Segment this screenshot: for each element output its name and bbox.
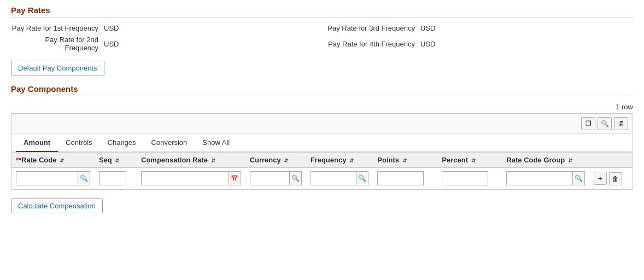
row-count: 1 row xyxy=(11,103,633,111)
delete-row-button[interactable]: 🗑 xyxy=(609,172,622,185)
view-all-button[interactable]: ❐ xyxy=(581,117,595,130)
cell-frequency: 🔍 xyxy=(306,168,373,189)
frequency-search-button[interactable]: 🔍 xyxy=(356,172,368,185)
cell-currency: 🔍 xyxy=(245,168,306,189)
rate-group-input[interactable] xyxy=(507,173,572,183)
rate-group-search-icon: 🔍 xyxy=(575,174,583,182)
pay-rate-value-4: USD xyxy=(420,40,435,48)
tab-bar: Amount Controls Changes Conversion Show … xyxy=(11,134,633,152)
col-header-seq: Seq ⇵ xyxy=(95,153,137,168)
cell-percent xyxy=(437,168,502,189)
comp-rate-input[interactable] xyxy=(142,173,229,183)
comp-rate-calendar-button[interactable]: 📅 xyxy=(229,172,241,185)
pay-components-table-container: ❐ 🔍 ⇵ Amount Controls Changes Conversion xyxy=(11,113,633,190)
seq-input[interactable]: 0 xyxy=(99,171,126,185)
pay-rate-value-3: USD xyxy=(420,24,435,32)
pay-rate-label-1: Pay Rate for 1st Frequency xyxy=(11,24,98,32)
add-row-button[interactable]: + xyxy=(594,172,607,185)
pay-rate-label-3: Pay Rate for 3rd Frequency xyxy=(327,24,415,32)
pay-rate-row-1: Pay Rate for 1st Frequency USD xyxy=(11,24,317,32)
find-button[interactable]: 🔍 xyxy=(598,117,612,130)
pay-rate-row-2: Pay Rate for 2nd Frequency USD xyxy=(11,36,317,52)
rate-code-field: 🔍 xyxy=(16,171,90,185)
pay-rate-value-1: USD xyxy=(104,24,119,32)
tab-show-all[interactable]: Show All xyxy=(195,134,237,152)
rate-code-input[interactable] xyxy=(16,173,78,183)
table-header-row: *Rate Code ⇵ Seq ⇵ Compensation Rate ⇵ C… xyxy=(11,153,633,168)
currency-input[interactable] xyxy=(250,173,289,183)
cell-actions: + 🗑 xyxy=(589,168,633,189)
pay-rates-section: Pay Rates Pay Rate for 1st Frequency USD… xyxy=(11,5,633,52)
col-header-percent: Percent ⇵ xyxy=(437,153,502,168)
find-icon: 🔍 xyxy=(601,120,609,127)
col-header-frequency: Frequency ⇵ xyxy=(306,153,373,168)
frequency-input[interactable] xyxy=(311,173,356,183)
pay-rates-title: Pay Rates xyxy=(11,5,633,18)
col-header-points: Points ⇵ xyxy=(373,153,437,168)
view-icon: ❐ xyxy=(586,120,592,127)
pay-rate-label-4: Pay Rate for 4th Frequency xyxy=(327,40,415,48)
pay-components-section: Pay Components 1 row ❐ 🔍 ⇵ Amount Contro… xyxy=(11,84,633,190)
cell-seq: 0 xyxy=(95,168,137,189)
cell-rate-group: 🔍 xyxy=(502,168,589,189)
tab-amount[interactable]: Amount xyxy=(16,134,58,152)
sort-seq-icon[interactable]: ⇵ xyxy=(115,158,119,164)
table-row: 🔍 0 📅 xyxy=(11,168,633,189)
sort-frequency-icon[interactable]: ⇵ xyxy=(349,158,354,164)
tab-controls[interactable]: Controls xyxy=(58,134,99,152)
pay-rates-grid: Pay Rate for 1st Frequency USD Pay Rate … xyxy=(11,24,633,52)
tab-conversion[interactable]: Conversion xyxy=(144,134,195,152)
sort-button[interactable]: ⇵ xyxy=(614,117,628,130)
rate-group-field: 🔍 xyxy=(506,171,585,185)
col-header-actions xyxy=(589,153,633,168)
frequency-search-icon: 🔍 xyxy=(358,174,366,182)
pay-rate-row-3: Pay Rate for 3rd Frequency USD xyxy=(327,24,633,32)
col-header-rate-code: *Rate Code ⇵ xyxy=(11,153,95,168)
pay-rate-value-2: USD xyxy=(104,40,119,48)
default-pay-components-button[interactable]: Default Pay Components xyxy=(11,61,104,75)
sort-currency-icon[interactable]: ⇵ xyxy=(284,158,288,164)
sort-rate-code-icon[interactable]: ⇵ xyxy=(60,158,64,164)
sort-percent-icon[interactable]: ⇵ xyxy=(471,158,476,164)
percent-input[interactable] xyxy=(442,171,488,185)
col-header-currency: Currency ⇵ xyxy=(245,153,306,168)
points-input[interactable] xyxy=(377,171,424,185)
rate-code-search-button[interactable]: 🔍 xyxy=(78,172,90,185)
table-toolbar: ❐ 🔍 ⇵ xyxy=(11,114,633,134)
calculate-compensation-button[interactable]: Calculate Compensation xyxy=(11,199,103,213)
currency-search-icon: 🔍 xyxy=(291,174,300,182)
pay-components-title: Pay Components xyxy=(11,84,633,96)
calendar-icon: 📅 xyxy=(231,175,238,182)
currency-search-button[interactable]: 🔍 xyxy=(289,172,301,185)
tab-changes[interactable]: Changes xyxy=(100,134,144,152)
pay-components-table: *Rate Code ⇵ Seq ⇵ Compensation Rate ⇵ C… xyxy=(11,152,633,189)
sort-comp-rate-icon[interactable]: ⇵ xyxy=(211,158,215,164)
cell-points xyxy=(373,168,437,189)
cell-comp-rate: 📅 xyxy=(137,168,245,189)
currency-field: 🔍 xyxy=(250,171,302,185)
rate-code-search-icon: 🔍 xyxy=(80,174,88,182)
sort-rate-group-icon[interactable]: ⇵ xyxy=(568,158,572,164)
col-header-rate-group: Rate Code Group ⇵ xyxy=(502,153,589,168)
sort-points-icon[interactable]: ⇵ xyxy=(402,158,407,164)
pay-rate-label-2: Pay Rate for 2nd Frequency xyxy=(11,36,98,52)
sort-icon: ⇵ xyxy=(618,120,624,127)
col-header-comp-rate: Compensation Rate ⇵ xyxy=(137,153,245,168)
comp-rate-field: 📅 xyxy=(141,171,241,185)
pay-rate-row-4: Pay Rate for 4th Frequency USD xyxy=(327,36,633,52)
rate-group-search-button[interactable]: 🔍 xyxy=(572,172,584,185)
cell-rate-code: 🔍 xyxy=(11,168,95,189)
frequency-field: 🔍 xyxy=(311,171,369,185)
